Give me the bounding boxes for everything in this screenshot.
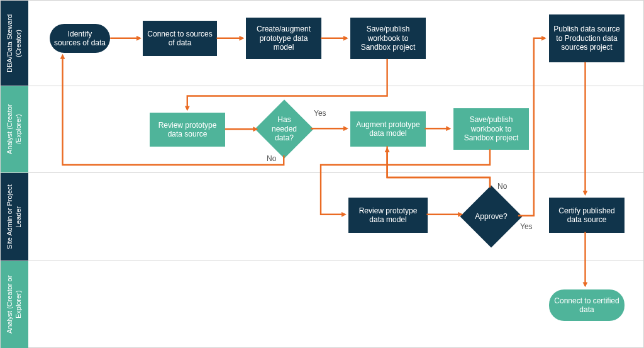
- label-has-data-yes: Yes: [314, 109, 326, 118]
- label-approve-no: No: [497, 182, 507, 191]
- diagram-plot: Identify sources of data Connect to sour…: [1, 1, 643, 347]
- node-has-needed-data: Has needed data?: [264, 108, 305, 150]
- node-save-publish-2: Save/publish workbook to Sandbox project: [453, 108, 529, 150]
- node-review-model: Review prototype data model: [348, 198, 428, 233]
- node-connect-certified: Connect to certified data: [549, 289, 625, 321]
- node-augment-model: Augment prototype data model: [350, 111, 426, 147]
- swimlane-diagram: DBA/Data Steward (Creator) Analyst (Crea…: [0, 0, 644, 348]
- node-certify: Certify published data source: [549, 198, 625, 233]
- node-review-source: Review prototype data source: [150, 113, 225, 147]
- node-create-model: Create/augment prototype data model: [246, 18, 321, 59]
- node-save-publish-1: Save/publish workbook to Sandbox project: [350, 18, 426, 59]
- node-identify-sources: Identify sources of data: [50, 24, 110, 53]
- node-connect-sources: Connect to sources of data: [143, 21, 217, 56]
- label-has-data-no: No: [267, 154, 276, 163]
- node-approve: Approve?: [469, 194, 513, 239]
- label-approve-yes: Yes: [520, 222, 533, 231]
- node-publish-production: Publish data source to Production data s…: [549, 14, 625, 62]
